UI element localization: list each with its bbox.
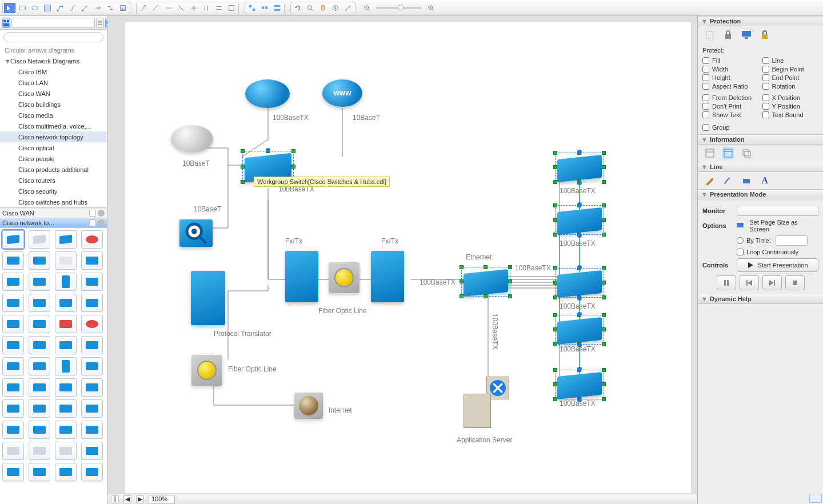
palette-shape[interactable] (29, 251, 50, 270)
tool-ellipse[interactable] (29, 3, 41, 13)
node-stack-switch[interactable] (555, 153, 604, 182)
info-icon-2[interactable] (722, 147, 734, 159)
tree-item[interactable]: Cisco multimedia, voice,... (0, 121, 107, 131)
palette-shape[interactable] (55, 273, 77, 291)
tool-connector-4[interactable] (92, 3, 103, 13)
align-2[interactable] (259, 3, 270, 13)
tree-item-prev[interactable]: Circular arrows diagrams (0, 45, 107, 55)
cb-text-bound[interactable]: Text Bound (762, 111, 819, 118)
palette-shape[interactable] (81, 442, 103, 460)
palette-shape[interactable] (2, 273, 24, 291)
nav-refresh[interactable] (292, 3, 303, 13)
cb-dont-print[interactable]: Don't Print (702, 103, 759, 110)
palette-shape[interactable] (2, 230, 24, 249)
nav-zoom[interactable] (305, 3, 316, 13)
ctrl-prev[interactable] (740, 275, 759, 290)
cb-width[interactable]: Width (702, 66, 759, 73)
arrow-7[interactable] (213, 3, 225, 13)
cb-by-time[interactable]: By Time: (737, 237, 771, 244)
palette-shape[interactable] (55, 294, 77, 312)
line-icon-pen[interactable] (704, 174, 716, 187)
zoom-slider[interactable] (376, 7, 422, 9)
prot-icon-unlock[interactable] (704, 29, 716, 41)
align-1[interactable] (246, 3, 258, 13)
cb-group[interactable]: Group (702, 124, 818, 131)
palette-shape[interactable] (29, 336, 50, 354)
palette-shape[interactable] (2, 336, 24, 354)
tool-export[interactable] (117, 3, 129, 13)
palette-shape[interactable] (81, 273, 103, 291)
tree-group-cisco[interactable]: ▼Cisco Network Diagrams (0, 55, 107, 66)
node-fiber-line[interactable] (329, 262, 359, 293)
page-next-button[interactable]: ▶ (136, 495, 144, 503)
palette-shape[interactable] (81, 463, 103, 481)
cb-from-deletion[interactable]: From Deletion (702, 94, 759, 101)
palette-shape[interactable] (2, 442, 24, 460)
cb-line[interactable]: Line (762, 57, 819, 64)
node-internet[interactable] (294, 393, 323, 419)
diagram-canvas[interactable]: WWW 100BaseTX 10BaseT 10BaseT 100BaseTX … (125, 22, 692, 494)
page-pause-icon[interactable]: ∥ (111, 495, 119, 503)
tree-item[interactable]: Cisco LAN (0, 77, 107, 88)
node-stack-switch[interactable] (555, 370, 604, 399)
openlib-wan[interactable]: Cisco WAN (0, 208, 107, 218)
ctrl-pause[interactable] (717, 275, 736, 290)
library-list-button[interactable] (96, 18, 104, 28)
palette-shape[interactable] (55, 378, 77, 397)
monitor-select[interactable] (737, 206, 818, 216)
start-presentation-button[interactable]: Start Presentation (737, 258, 818, 272)
node-fxtx-2[interactable] (371, 251, 404, 302)
node-stack-switch[interactable] (555, 205, 604, 235)
tool-cursor[interactable] (4, 3, 15, 13)
library-view-toggle[interactable] (2, 18, 10, 28)
palette-shape[interactable] (2, 357, 24, 375)
node-stack-switch[interactable] (555, 268, 604, 298)
palette-shape[interactable] (55, 251, 77, 270)
palette-shape[interactable] (2, 463, 24, 481)
palette-shape[interactable] (29, 315, 50, 333)
palette-shape[interactable] (55, 399, 77, 418)
cb-show-text[interactable]: Show Text (702, 111, 759, 118)
ctrl-next[interactable] (762, 275, 782, 290)
cb-begin-point[interactable]: Begin Point (762, 66, 819, 73)
tool-connector-2[interactable] (67, 3, 78, 13)
palette-shape[interactable] (29, 399, 50, 418)
tree-item[interactable]: Cisco switches and hubs (0, 197, 107, 207)
zoom-in-button[interactable] (425, 3, 437, 13)
palette-shape[interactable] (2, 378, 24, 397)
tree-item-selected[interactable]: Cisco network topology (0, 131, 107, 142)
zoom-select[interactable]: 100% (149, 495, 175, 504)
library-search-input[interactable] (14, 19, 93, 26)
palette-shape[interactable] (81, 399, 103, 418)
node-router[interactable] (245, 79, 290, 108)
info-icon-1[interactable] (704, 147, 716, 159)
nav-measure[interactable] (342, 3, 354, 13)
tree-item[interactable]: Cisco people (0, 153, 107, 164)
palette-shape[interactable] (81, 251, 103, 270)
nav-target[interactable] (330, 3, 341, 13)
node-magnifier[interactable] (179, 219, 213, 247)
palette-shape[interactable] (55, 421, 77, 439)
palette-shape[interactable] (29, 273, 50, 291)
cb-y-position[interactable]: Y Position (762, 103, 819, 110)
palette-shape[interactable] (55, 336, 77, 354)
node-app-server[interactable] (464, 377, 509, 428)
cb-aspect[interactable]: Aspect Ratio (702, 83, 759, 90)
section-line[interactable]: ▼Line (698, 162, 823, 172)
arrow-1[interactable] (138, 3, 149, 13)
palette-shape[interactable] (2, 251, 24, 270)
tree-item[interactable]: Cisco security (0, 186, 107, 197)
line-icon-text[interactable]: A (758, 174, 771, 187)
node-protocol-translator[interactable] (191, 271, 225, 325)
palette-shape[interactable] (81, 357, 103, 375)
palette-shape[interactable] (55, 463, 77, 481)
align-3[interactable] (271, 3, 283, 13)
tree-item[interactable]: Cisco media (0, 110, 107, 121)
palette-shape[interactable] (81, 315, 103, 333)
tool-form[interactable] (42, 3, 53, 13)
palette-shape[interactable] (55, 230, 77, 249)
palette-shape[interactable] (81, 336, 103, 354)
arrow-6[interactable] (201, 3, 212, 13)
section-dynamic-help[interactable]: ▼Dynamic Help (698, 294, 823, 304)
prot-icon-lock[interactable] (722, 29, 734, 41)
